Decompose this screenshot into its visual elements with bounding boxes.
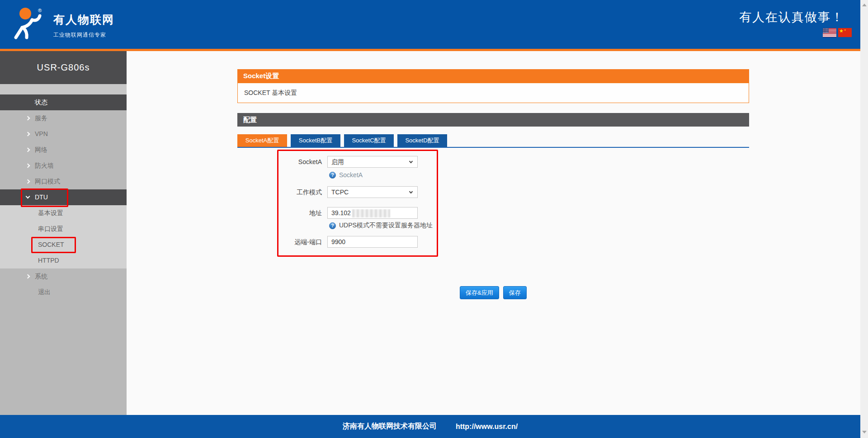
footer: 济南有人物联网技术有限公司 http://www.usr.cn/ (0, 415, 860, 438)
save-button[interactable]: 保存 (503, 286, 527, 299)
main-content: Socket设置 SOCKET 基本设置 配置 SocketA配置 Socket… (237, 69, 749, 349)
page-root: ® 有人物联网 工业物联网通信专家 有人在认真做事！ ★ USR-G806s 状… (0, 0, 868, 438)
address-help: ? UDPS模式不需要设置服务器地址 (329, 222, 433, 229)
button-row: 保存&应用 保存 (460, 286, 527, 299)
dropdown-caret-icon (409, 190, 413, 193)
page-subtitle: SOCKET 基本设置 (237, 83, 749, 103)
sidebar: USR-G806s 状态 服务 VPN 网络 防火墙 网口模式 DTU (0, 51, 127, 415)
chevron-right-icon (26, 274, 30, 279)
chevron-right-icon (26, 164, 30, 168)
redacted-blur-patch (352, 209, 390, 217)
top-header: ® 有人物联网 工业物联网通信专家 有人在认真做事！ ★ (0, 0, 860, 49)
socketa-label: SocketA (256, 156, 322, 168)
registered-mark-icon: ® (38, 8, 42, 13)
help-icon[interactable]: ? (329, 222, 336, 229)
address-input[interactable]: 39.102 (327, 207, 418, 219)
us-flag-icon[interactable] (823, 28, 836, 37)
running-person-logo-icon: ® (11, 6, 49, 43)
language-flags: ★ (823, 28, 852, 37)
sidebar-item-vpn[interactable]: VPN (0, 126, 127, 142)
tab-socket-d[interactable]: SocketD配置 (397, 134, 447, 147)
socket-tabs: SocketA配置 SocketB配置 SocketC配置 SocketD配置 (237, 134, 447, 147)
cn-star-icon: ★ (839, 28, 844, 33)
chevron-right-icon (26, 148, 30, 152)
scrollbar[interactable] (860, 0, 868, 438)
help-icon[interactable]: ? (329, 172, 336, 179)
sidebar-divider (0, 84, 127, 94)
brand-title: 有人物联网 (53, 12, 114, 27)
tab-socket-c[interactable]: SocketC配置 (344, 134, 394, 147)
socketa-help: ? SocketA (329, 171, 363, 179)
sidebar-item-serial-settings[interactable]: 串口设置 (0, 221, 127, 237)
sidebar-item-logout[interactable]: 退出 (0, 284, 127, 300)
section-title: 配置 (237, 113, 749, 127)
header-slogan: 有人在认真做事！ (739, 9, 844, 25)
chevron-down-icon (26, 194, 30, 199)
brand-text: 有人物联网 工业物联网通信专家 (53, 12, 114, 39)
dropdown-caret-icon (409, 160, 413, 163)
sidebar-item-system[interactable]: 系统 (0, 268, 127, 284)
sidebar-item-basic-settings[interactable]: 基本设置 (0, 205, 127, 221)
tab-socket-b[interactable]: SocketB配置 (291, 134, 340, 147)
port-label: 远端-端口 (256, 236, 322, 248)
sidebar-item-firewall[interactable]: 防火墙 (0, 158, 127, 174)
brand-slogan: 工业物联网通信专家 (53, 31, 114, 39)
socketa-select[interactable]: 启用 (327, 156, 418, 168)
footer-link[interactable]: http://www.usr.cn/ (456, 423, 518, 431)
workmode-label: 工作模式 (256, 186, 322, 198)
device-name: USR-G806s (0, 51, 127, 84)
sidebar-item-socket[interactable]: SOCKET (0, 237, 127, 253)
save-apply-button[interactable]: 保存&应用 (460, 286, 499, 299)
workmode-select[interactable]: TCPC (327, 186, 418, 198)
sidebar-item-httpd[interactable]: HTTPD (0, 253, 127, 268)
port-input[interactable] (327, 236, 418, 248)
page-title: Socket设置 (237, 69, 749, 83)
address-label: 地址 (256, 207, 322, 219)
scroll-up-icon[interactable] (862, 4, 867, 6)
sidebar-item-dtu[interactable]: DTU (0, 189, 127, 205)
tab-socket-a[interactable]: SocketA配置 (237, 134, 287, 147)
tab-underline (237, 147, 749, 148)
footer-company: 济南有人物联网技术有限公司 (343, 422, 437, 431)
sidebar-item-status[interactable]: 状态 (0, 94, 127, 110)
sidebar-item-port-mode[interactable]: 网口模式 (0, 174, 127, 189)
scroll-down-icon[interactable] (862, 431, 867, 433)
chevron-right-icon (26, 116, 30, 121)
brand-logo: ® (11, 6, 49, 43)
chevron-right-icon (26, 179, 30, 184)
sidebar-item-services[interactable]: 服务 (0, 110, 127, 126)
china-flag-icon[interactable]: ★ (838, 28, 852, 37)
sidebar-item-network[interactable]: 网络 (0, 142, 127, 158)
chevron-right-icon (26, 132, 30, 137)
header-accent-line (0, 49, 860, 51)
